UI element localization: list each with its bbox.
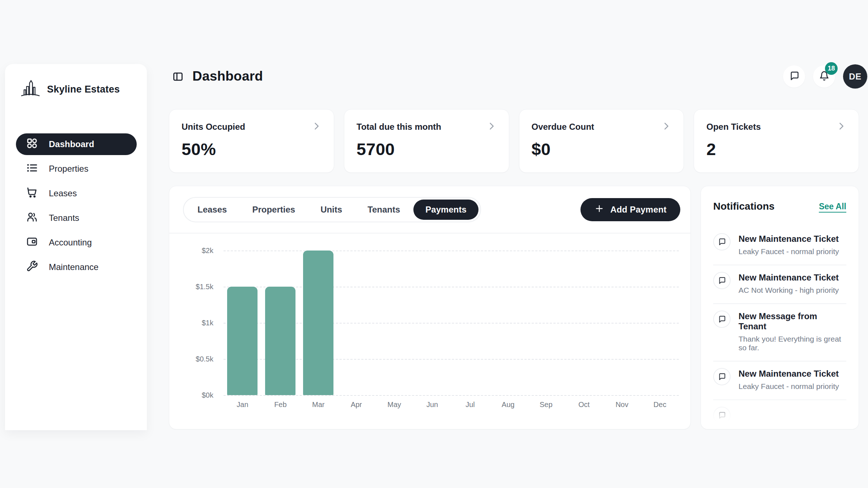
plus-icon xyxy=(594,204,604,216)
tab-payments[interactable]: Payments xyxy=(413,200,478,220)
main-panel: LeasesPropertiesUnitsTenantsPayments Add… xyxy=(169,186,691,429)
add-payment-button[interactable]: Add Payment xyxy=(580,198,680,221)
notification-title: New Maintenance Ticket xyxy=(739,369,839,379)
sidebar-item-label: Properties xyxy=(49,164,88,174)
avatar[interactable]: DE xyxy=(843,64,867,89)
chevron-right-icon xyxy=(661,121,671,133)
notification-item[interactable]: New Maintenance TicketLeaky Faucet - nor… xyxy=(713,227,846,265)
notification-subtitle: AC Not Working - high priority xyxy=(739,286,839,295)
stat-card-label: Overdue Count xyxy=(532,122,594,132)
tab-group: LeasesPropertiesUnitsTenantsPayments xyxy=(183,197,481,222)
brand-name: Skyline Estates xyxy=(47,84,120,95)
chat-bubble-icon xyxy=(713,311,731,328)
bar-jan xyxy=(227,287,258,395)
tab-properties[interactable]: Properties xyxy=(240,200,307,220)
tab-tenants[interactable]: Tenants xyxy=(356,200,412,220)
add-payment-label: Add Payment xyxy=(610,205,667,215)
notifications-panel: Notifications See All New Maintenance Ti… xyxy=(701,186,859,429)
panel-left-icon xyxy=(172,78,184,84)
chart-gridline xyxy=(224,251,679,251)
chart-y-tick-label: $0k xyxy=(169,391,213,399)
sidebar-item-label: Maintenance xyxy=(49,262,98,272)
chat-bubble-icon xyxy=(713,272,731,289)
notification-title: New Maintenance Ticket xyxy=(739,273,839,283)
wrench-icon xyxy=(26,260,38,274)
notifications-list: New Maintenance TicketLeaky Faucet - nor… xyxy=(713,227,846,429)
chat-bubble-icon xyxy=(789,71,799,82)
cart-icon xyxy=(26,187,38,201)
chart-y-tick-label: $0.5k xyxy=(169,355,213,363)
notification-count-badge: 18 xyxy=(825,62,838,75)
tab-units[interactable]: Units xyxy=(309,200,354,220)
notification-item[interactable]: New Maintenance TicketAC Not Working - h… xyxy=(713,265,846,304)
chevron-right-icon xyxy=(311,121,322,133)
stat-card-value: 50% xyxy=(182,139,322,159)
sidebar-item-maintenance[interactable]: Maintenance xyxy=(16,256,137,278)
notifications-header: Notifications See All xyxy=(713,201,846,212)
sidebar-item-tenants[interactable]: Tenants xyxy=(16,207,137,229)
stat-card-label: Total due this month xyxy=(357,122,441,132)
chart-x-tick-label: Jan xyxy=(224,401,261,409)
chart-y-tick-label: $2k xyxy=(169,247,213,255)
panel-header: LeasesPropertiesUnitsTenantsPayments Add… xyxy=(169,186,690,234)
sidebar-item-accounting[interactable]: Accounting xyxy=(16,232,137,253)
chart-x-tick-label: May xyxy=(375,401,413,409)
notification-item[interactable]: New Maintenance TicketLeaky Faucet - nor… xyxy=(713,361,846,400)
notification-item[interactable]: New Message from TenantThank you! Everyt… xyxy=(713,304,846,361)
stat-card-value: 2 xyxy=(706,139,846,159)
notification-subtitle: Thank you! Everything is great so far. xyxy=(739,335,846,352)
chat-bubble-icon xyxy=(713,233,731,251)
wallet-icon xyxy=(26,236,38,250)
chart-x-tick-label: Sep xyxy=(527,401,565,409)
stat-card-label: Units Occupied xyxy=(182,122,245,132)
chart-gridline xyxy=(224,395,679,396)
stat-card-value: $0 xyxy=(532,139,672,159)
chart-y-tick-label: $1k xyxy=(169,319,213,327)
list-icon xyxy=(26,162,38,176)
stat-card-open-tickets[interactable]: Open Tickets2 xyxy=(694,109,859,173)
sidebar: Skyline Estates DashboardPropertiesLease… xyxy=(5,64,147,430)
chart-x-tick-label: Feb xyxy=(261,401,299,409)
chart-x-tick-label: Aug xyxy=(489,401,527,409)
page-title: Dashboard xyxy=(192,69,263,84)
chart-plot-area: $0k$0.5k$1k$1.5k$2k xyxy=(224,251,679,395)
grid-icon xyxy=(26,137,38,151)
notification-subtitle: Leaky Faucet - normal priority xyxy=(739,247,839,256)
sidebar-item-dashboard[interactable]: Dashboard xyxy=(16,133,137,155)
sidebar-nav: DashboardPropertiesLeasesTenantsAccounti… xyxy=(16,133,137,278)
sidebar-item-leases[interactable]: Leases xyxy=(16,183,137,204)
chart-y-tick-label: $1.5k xyxy=(169,283,213,291)
chart-x-tick-label: Apr xyxy=(337,401,375,409)
notifications-button[interactable]: 18 xyxy=(813,65,835,87)
chart-x-tick-label: Oct xyxy=(565,401,603,409)
chevron-right-icon xyxy=(486,121,497,133)
skyline-buildings-icon xyxy=(20,78,41,100)
sidebar-item-label: Tenants xyxy=(49,213,79,223)
tab-leases[interactable]: Leases xyxy=(186,200,239,220)
brand: Skyline Estates xyxy=(20,78,137,100)
dashboard-page: Skyline Estates DashboardPropertiesLease… xyxy=(0,0,868,488)
stat-card-total-due-this-month[interactable]: Total due this month5700 xyxy=(344,109,509,173)
notification-subtitle: Leaky Faucet - normal priority xyxy=(739,382,839,391)
sidebar-item-label: Leases xyxy=(49,188,77,198)
notifications-title: Notifications xyxy=(713,201,775,212)
bar-mar xyxy=(303,251,333,395)
chevron-right-icon xyxy=(836,121,846,133)
see-all-link[interactable]: See All xyxy=(819,202,846,211)
page-header: Dashboard 18 DE xyxy=(169,64,868,90)
sidebar-item-label: Accounting xyxy=(49,237,92,248)
chart-x-tick-label: Jul xyxy=(451,401,489,409)
sidebar-toggle-button[interactable] xyxy=(171,70,185,84)
stat-cards-row: Units Occupied50%Total due this month570… xyxy=(169,109,859,173)
sidebar-item-label: Dashboard xyxy=(49,139,94,149)
chart-x-axis-labels: JanFebMarAprMayJunJulAugSepOctNovDec xyxy=(224,401,679,409)
users-icon xyxy=(26,211,38,225)
chart-x-tick-label: Mar xyxy=(299,401,337,409)
stat-card-label: Open Tickets xyxy=(706,122,761,132)
stat-card-overdue-count[interactable]: Overdue Count$0 xyxy=(519,109,684,173)
messages-button[interactable] xyxy=(783,65,805,87)
notification-title: New Maintenance Ticket xyxy=(739,234,839,244)
header-actions: 18 DE xyxy=(783,64,867,89)
sidebar-item-properties[interactable]: Properties xyxy=(16,158,137,180)
stat-card-units-occupied[interactable]: Units Occupied50% xyxy=(169,109,334,173)
